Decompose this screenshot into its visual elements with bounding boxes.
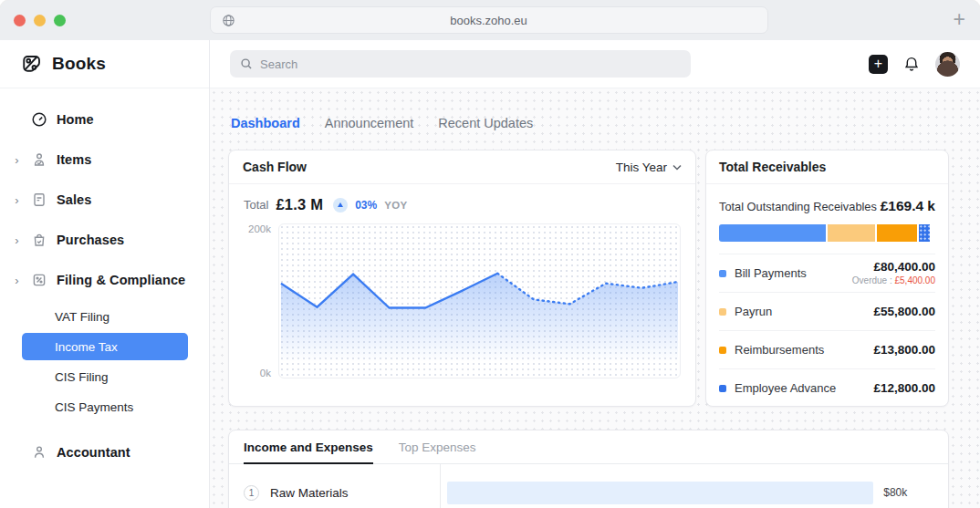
receivables-segment xyxy=(828,224,875,242)
expense-row-raw-materials[interactable]: 1 Raw Materials $80k xyxy=(229,464,948,508)
browser-window: books.zoho.eu + Books xyxy=(0,0,980,508)
overdue-amount: £5,400.00 xyxy=(895,275,936,285)
total-label: Total xyxy=(244,198,268,212)
address-bar[interactable]: books.zoho.eu xyxy=(210,6,768,34)
cash-flow-card: Cash Flow This Year xyxy=(228,150,696,407)
items-icon xyxy=(30,150,48,169)
sidebar-item-label: Sales xyxy=(57,192,91,207)
expense-category-label: Raw Materials xyxy=(270,486,349,500)
window-zoom-button[interactable] xyxy=(54,15,66,26)
dashboard-content: Dashboard Announcement Recent Updates Ca… xyxy=(210,88,980,508)
sidebar-item-sales[interactable]: › Sales xyxy=(0,180,209,220)
notifications-icon[interactable] xyxy=(903,56,920,72)
accountant-icon xyxy=(30,443,48,461)
chevron-right-icon: › xyxy=(12,154,22,166)
app-logo[interactable]: Books xyxy=(0,40,209,88)
page-tabs: Dashboard Announcement Recent Updates xyxy=(231,116,949,130)
delta-percent: 03% xyxy=(355,199,377,212)
receivables-title: Total Receivables xyxy=(719,160,826,174)
cash-flow-title: Cash Flow xyxy=(243,160,307,174)
income-expenses-tabs: Income and Expenses Top Expenses xyxy=(229,430,948,464)
chart-y-axis: 200k 0k xyxy=(244,223,278,378)
sidebar-item-label: Purchases xyxy=(57,233,124,247)
tab-top-expenses[interactable]: Top Expenses xyxy=(399,430,476,463)
total-receivables-card: Total Receivables Total Outstanding Rece… xyxy=(705,150,949,407)
receivables-row-bill-payments[interactable]: Bill Payments £80,400.00 Overdue : £5,40… xyxy=(719,254,935,292)
sidebar-item-label: Accountant xyxy=(57,445,130,460)
y-tick-min: 0k xyxy=(260,368,271,378)
window-close-button[interactable] xyxy=(14,15,26,26)
expense-bar-value: $80k xyxy=(883,486,907,499)
quick-create-button[interactable]: + xyxy=(869,55,888,74)
total-value: £1.3 M xyxy=(276,196,323,213)
amount: £12,800.00 xyxy=(873,381,935,395)
receivables-row-payrun[interactable]: Payrun £55,800.00 xyxy=(719,292,935,330)
window-minimize-button[interactable] xyxy=(34,15,46,26)
filing-compliance-icon xyxy=(30,271,48,289)
expense-bar xyxy=(447,482,873,504)
app-name: Books xyxy=(52,54,106,74)
url-text: books.zoho.eu xyxy=(235,14,756,27)
window-controls xyxy=(14,15,66,26)
search-input[interactable]: Search xyxy=(230,50,691,78)
tab-dashboard[interactable]: Dashboard xyxy=(231,116,300,130)
legend-swatch xyxy=(719,308,726,316)
sidebar-subitem-vat-filing[interactable]: VAT Filing xyxy=(22,303,188,330)
sidebar-item-filing-compliance[interactable]: › Filing & Compliance xyxy=(0,260,209,300)
amount: £13,800.00 xyxy=(873,343,935,357)
outstanding-label: Total Outstanding Receivables xyxy=(719,200,877,213)
period-value: This Year xyxy=(616,161,667,174)
legend-swatch xyxy=(719,385,726,392)
legend-swatch xyxy=(719,347,726,354)
sidebar-item-home[interactable]: Home xyxy=(0,99,209,140)
sidebar-nav: Home › Items › xyxy=(0,88,209,472)
receivables-row-reimbursements[interactable]: Reimbursements £13,800.00 xyxy=(719,330,935,368)
tab-income-and-expenses[interactable]: Income and Expenses xyxy=(244,430,373,463)
chevron-down-icon xyxy=(672,164,682,171)
sidebar-item-purchases[interactable]: › Purchases xyxy=(0,220,209,260)
browser-chrome: books.zoho.eu + xyxy=(0,0,980,40)
filing-compliance-submenu: VAT Filing Income Tax CIS Filing CIS Pay… xyxy=(0,303,209,427)
topbar: Search + xyxy=(210,40,980,88)
sidebar-item-label: Home xyxy=(57,112,94,127)
sidebar-item-label: Items xyxy=(57,152,91,167)
receivables-segment xyxy=(719,224,826,242)
user-avatar[interactable] xyxy=(935,52,960,77)
search-placeholder: Search xyxy=(260,57,297,71)
trend-up-icon xyxy=(333,198,348,213)
receivables-row-employee-advance[interactable]: Employee Advance £12,800.00 xyxy=(719,368,935,407)
sidebar-item-items[interactable]: › Items xyxy=(0,140,209,180)
purchases-icon xyxy=(30,231,48,249)
amount: £55,800.00 xyxy=(873,305,935,318)
legend-swatch xyxy=(719,270,726,277)
chevron-right-icon: › xyxy=(12,194,22,206)
sidebar-subitem-income-tax[interactable]: Income Tax xyxy=(22,333,188,360)
amount: £80,400.00 xyxy=(852,260,935,275)
receivables-segment xyxy=(919,224,930,242)
receivables-stacked-bar xyxy=(719,224,935,242)
period-dropdown[interactable]: This Year xyxy=(616,161,682,174)
tab-announcement[interactable]: Announcement xyxy=(325,116,414,130)
outstanding-value: £169.4 k xyxy=(881,198,935,214)
sidebar-subitem-cis-payments[interactable]: CIS Payments xyxy=(22,393,188,420)
sidebar-subitem-cis-filing[interactable]: CIS Filing xyxy=(22,363,188,390)
chart-plot-area xyxy=(278,223,681,378)
tab-recent-updates[interactable]: Recent Updates xyxy=(438,116,533,130)
y-tick-max: 200k xyxy=(248,223,271,234)
site-globe-icon xyxy=(222,14,235,27)
new-tab-button[interactable]: + xyxy=(954,7,965,31)
chevron-right-icon: › xyxy=(12,275,22,286)
sidebar-item-label: Filing & Compliance xyxy=(57,273,185,287)
rank-badge: 1 xyxy=(244,485,259,501)
overdue-note: Overdue : £5,400.00 xyxy=(852,275,935,287)
home-icon xyxy=(30,110,48,129)
sales-icon xyxy=(30,191,48,209)
sidebar-item-accountant[interactable]: Accountant xyxy=(0,432,209,472)
sidebar: Books Home › xyxy=(0,40,210,508)
books-logo-icon xyxy=(20,53,43,76)
delta-suffix: YOY xyxy=(384,200,408,211)
search-icon xyxy=(240,57,253,70)
cash-flow-chart: 200k 0k xyxy=(244,223,681,378)
receivables-segment xyxy=(877,224,917,242)
income-expenses-card: Income and Expenses Top Expenses 1 Raw M… xyxy=(228,430,949,508)
